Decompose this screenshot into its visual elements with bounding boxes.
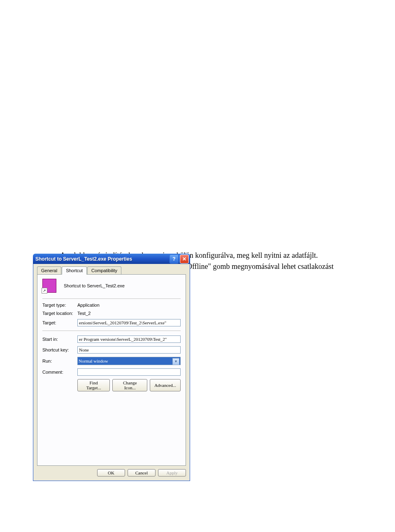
properties-window: Shortcut to ServerL_Test2.exe Properties… <box>33 254 190 481</box>
tab-compatibility[interactable]: Compatibility <box>87 266 121 275</box>
titlebar[interactable]: Shortcut to ServerL_Test2.exe Properties… <box>33 254 190 264</box>
label-run: Run: <box>42 359 77 363</box>
apply-button[interactable]: Apply <box>158 469 186 476</box>
close-icon[interactable]: ✕ <box>180 254 189 264</box>
label-target-location: Target location: <box>42 311 77 316</box>
ok-button[interactable]: OK <box>97 469 125 476</box>
label-start-in: Start in: <box>42 337 77 342</box>
window-title: Shortcut to ServerL_Test2.exe Properties <box>35 256 170 262</box>
target-input[interactable] <box>77 319 181 326</box>
tab-general[interactable]: General <box>37 266 61 275</box>
value-target-type: Application <box>77 303 100 308</box>
cancel-button[interactable]: Cancel <box>128 469 156 476</box>
help-icon[interactable]: ? <box>170 254 179 264</box>
advanced-button[interactable]: Advanced... <box>150 379 181 391</box>
find-target-button[interactable]: Find Target... <box>77 379 110 391</box>
label-target-type: Target type: <box>42 303 77 308</box>
label-shortcut-key: Shortcut key: <box>42 347 77 352</box>
shortcut-file-icon <box>42 279 56 293</box>
comment-input[interactable] <box>77 368 181 376</box>
run-select[interactable]: Normal window <box>77 357 181 365</box>
tab-shortcut[interactable]: Shortcut <box>62 266 87 275</box>
value-target-location: Test_2 <box>77 311 91 316</box>
shortcut-name: Shortcut to ServerL_Test2.exe <box>64 283 125 288</box>
change-icon-button[interactable]: Change Icon... <box>112 379 147 391</box>
label-comment: Comment: <box>42 370 77 375</box>
label-target: Target: <box>42 320 77 325</box>
shortcut-key-input[interactable] <box>77 346 181 354</box>
start-in-input[interactable] <box>77 335 181 343</box>
